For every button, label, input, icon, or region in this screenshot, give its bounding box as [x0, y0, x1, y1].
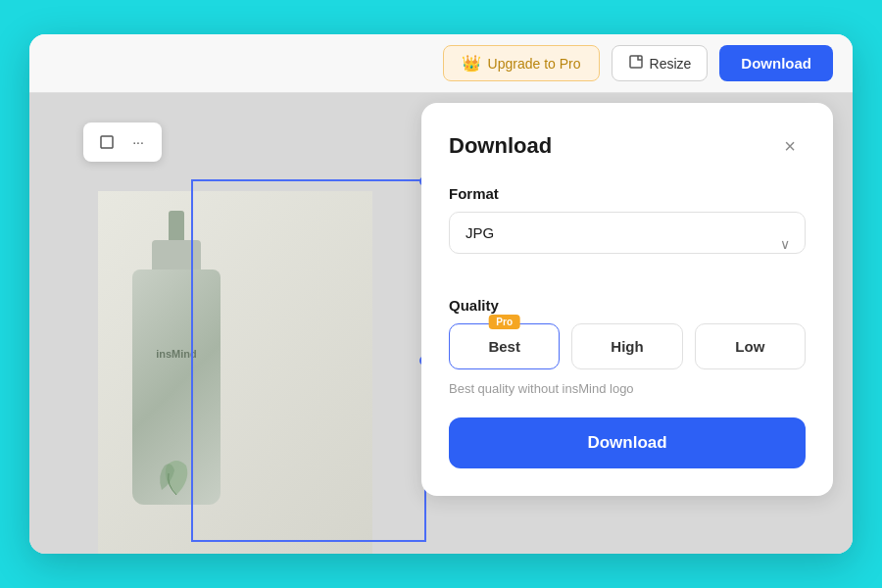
svg-rect-1 — [101, 136, 113, 148]
canvas-area: ··· insMind — [29, 93, 853, 554]
quality-best-label: Best — [488, 338, 520, 355]
resize-label: Resize — [650, 56, 692, 72]
format-wrapper: JPG PNG WEBP ∨ — [449, 212, 806, 275]
header-download-button[interactable]: Download — [719, 45, 833, 81]
panel-header: Download × — [449, 130, 806, 162]
upgrade-button[interactable]: 👑 Upgrade to Pro — [443, 45, 600, 81]
upgrade-label: Upgrade to Pro — [488, 56, 581, 72]
quality-low-option[interactable]: Low — [695, 323, 806, 369]
panel-title: Download — [449, 133, 552, 159]
download-panel: Download × Format JPG PNG WEBP ∨ Quality — [421, 103, 833, 496]
product-image: insMind — [98, 191, 372, 554]
bottle-body: insMind — [132, 270, 220, 505]
dots-label: ··· — [132, 134, 144, 150]
quality-best-option[interactable]: Pro Best — [449, 323, 560, 369]
close-button[interactable]: × — [774, 130, 806, 162]
more-options-icon[interactable]: ··· — [126, 130, 150, 154]
floating-toolbar: ··· — [83, 122, 162, 162]
bottle-brand-label: insMind — [137, 348, 216, 360]
quality-high-option[interactable]: High — [571, 323, 682, 369]
download-button-label: Download — [587, 433, 666, 452]
quality-hint: Best quality without insMind logo — [449, 381, 806, 396]
bottle-leaves-decoration — [137, 436, 216, 514]
svg-rect-0 — [630, 56, 642, 68]
format-select[interactable]: JPG PNG WEBP — [449, 212, 806, 254]
quality-label: Quality — [449, 297, 806, 314]
top-bar: 👑 Upgrade to Pro Resize Download — [29, 34, 853, 93]
quality-high-label: High — [611, 338, 643, 355]
download-button[interactable]: Download — [449, 417, 806, 468]
quality-low-label: Low — [735, 338, 764, 355]
crop-icon[interactable] — [95, 130, 119, 154]
quality-options: Pro Best High Low — [449, 323, 806, 369]
resize-icon — [628, 54, 644, 73]
close-icon: × — [784, 135, 796, 158]
crown-icon: 👑 — [462, 54, 481, 73]
resize-button[interactable]: Resize — [612, 45, 709, 81]
app-container: 👑 Upgrade to Pro Resize Download — [29, 34, 853, 554]
pro-badge: Pro — [488, 315, 520, 329]
bottle: insMind — [118, 211, 235, 514]
header-download-label: Download — [741, 55, 811, 72]
format-label: Format — [449, 185, 806, 202]
